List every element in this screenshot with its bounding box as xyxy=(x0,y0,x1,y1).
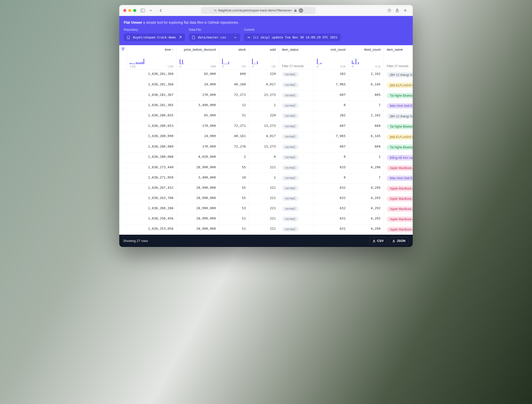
item-name-pill: Tai Nghe Bluetooth 5.0 TWS | Khôn xyxy=(387,93,413,98)
cell-time: 1,638,271,059 xyxy=(127,173,177,184)
row-gutter xyxy=(119,132,127,142)
row-gutter xyxy=(119,91,127,101)
cell-liked: 4,293 xyxy=(349,194,384,204)
filter-input-status[interactable] xyxy=(282,64,311,68)
col-header-cmt[interactable]: cmt_count 08.0k xyxy=(314,45,349,70)
data-grid: time ↓ 1.6G1.6G price_before_discount 02… xyxy=(119,45,413,235)
cell-liked: 4,290 xyxy=(349,224,384,235)
row-gutter xyxy=(119,214,127,224)
cell-sold: 13,273 xyxy=(249,122,279,132)
cell-price: 170,000 xyxy=(177,122,219,132)
cell-sold: 13,273 xyxy=(249,142,279,153)
col-header-price[interactable]: price_before_discount 029M xyxy=(177,45,219,70)
back-button[interactable] xyxy=(157,7,164,14)
cell-sold: 221 xyxy=(249,204,279,214)
cell-time: 1,638,273,449 xyxy=(127,163,177,173)
cell-cmt: 632 xyxy=(314,204,349,214)
status-badge: normal xyxy=(282,113,299,118)
item-name-pill: (BH 12 tháng) Sạc Nhanh PD 18W U xyxy=(387,113,413,119)
row-gutter xyxy=(119,80,127,91)
repo-picker[interactable]: duyet/shopee-track-demo xyxy=(124,33,185,41)
cell-cmt: 607 xyxy=(314,142,349,153)
item-name-pill: Apple MacBook Air (2020) M1 Chip xyxy=(387,227,413,232)
status-badge: normal xyxy=(282,196,299,201)
cell-status: normal xyxy=(279,224,314,235)
svg-text:ᴬA: ᴬA xyxy=(214,9,217,12)
cell-item-name: (BH 12 tháng) Sạc Nhanh PD 18W U xyxy=(384,70,413,80)
sidebar-toggle-icon[interactable] xyxy=(139,7,146,14)
status-badge: normal xyxy=(282,124,299,129)
cell-cmt: 0 xyxy=(314,101,349,111)
cell-time: 1,638,281,369 xyxy=(127,70,177,80)
cell-item-name: Tai Nghe Bluetooth 5.0 TWS | Khôn xyxy=(384,122,413,132)
cell-stock: 72,271 xyxy=(219,122,249,132)
item-name-pill: Apple MacBook Air (2020) M1 Chip xyxy=(387,165,413,171)
cell-status: normal xyxy=(279,142,314,153)
cell-time: 1,638,256,456 xyxy=(127,214,177,224)
filter-toggle[interactable] xyxy=(119,45,127,70)
cell-item-name: Apple MacBook Air (2020) M1 Chip xyxy=(384,224,413,235)
cell-status: normal xyxy=(279,101,314,111)
url-text: flatgithub.com/duyet/shopee-track-demo?f… xyxy=(218,8,292,12)
download-json-button[interactable]: JSON xyxy=(389,237,409,244)
cell-liked: 7 xyxy=(349,173,384,184)
cell-price: 3,490,000 xyxy=(177,173,219,184)
status-badge: normal xyxy=(282,186,299,191)
site-settings-icon[interactable]: ᴬA xyxy=(213,9,217,12)
cell-status: normal xyxy=(279,184,314,194)
col-header-status[interactable]: item_status xyxy=(279,45,314,70)
address-bar[interactable]: ᴬA flatgithub.com/duyet/shopee-track-dem… xyxy=(201,7,316,14)
row-gutter xyxy=(119,153,127,163)
cell-cmt: 607 xyxy=(314,91,349,101)
item-name-pill: Apple MacBook Air (2020) M1 Chip xyxy=(387,186,413,191)
cell-stock: 51 xyxy=(219,214,249,224)
download-csv-button[interactable]: CSV xyxy=(369,237,387,244)
status-badge: normal xyxy=(282,165,299,170)
traffic-lights xyxy=(123,9,136,12)
cell-price: 28,990,000 xyxy=(177,214,219,224)
cell-sold: 1 xyxy=(249,173,279,184)
repo-label: Repository xyxy=(124,28,185,31)
cell-status: normal xyxy=(279,111,314,122)
file-picker[interactable]: data/master.csv xyxy=(189,33,240,41)
cell-time: 1,638,280,653 xyxy=(127,122,177,132)
reader-more-icon[interactable]: ⋯ xyxy=(299,8,303,13)
new-tab-icon[interactable] xyxy=(402,7,409,14)
app-title-sub: a simple tool for exploring flat data fi… xyxy=(143,20,239,24)
cell-liked: 2,102 xyxy=(349,70,384,80)
cell-stock: 55 xyxy=(219,184,249,194)
downloads-icon[interactable] xyxy=(386,7,393,14)
chevron-down-icon[interactable] xyxy=(147,7,154,14)
cell-item-name: [Mã ELFLASH3 hoàn 10K xu đơn 20 xyxy=(384,80,413,91)
repo-icon xyxy=(127,36,130,39)
col-header-liked[interactable]: liked_count 06.1k xyxy=(349,45,384,70)
minimize-window-button[interactable] xyxy=(128,9,131,12)
share-icon[interactable] xyxy=(394,7,401,14)
cell-sold: 221 xyxy=(249,163,279,173)
status-badge: normal xyxy=(282,155,299,160)
close-window-button[interactable] xyxy=(123,9,126,12)
cell-status: normal xyxy=(279,91,314,101)
cell-cmt: 632 xyxy=(314,194,349,204)
commit-picker[interactable]: [ci skip] update Tue Nov 30 14:09:29 UTC… xyxy=(244,33,341,41)
chevron-down-icon xyxy=(234,36,237,39)
col-header-sold[interactable]: sold 013k xyxy=(249,45,279,70)
filter-input-name[interactable] xyxy=(387,64,413,68)
cell-status: normal xyxy=(279,122,314,132)
cell-sold: 221 xyxy=(249,194,279,204)
cell-stock: 55 xyxy=(219,163,249,173)
status-badge: normal xyxy=(282,82,299,87)
status-badge: normal xyxy=(282,93,299,98)
row-gutter xyxy=(119,142,127,153)
cell-time: 1,638,280,655 xyxy=(127,111,177,122)
fullscreen-window-button[interactable] xyxy=(133,9,136,12)
cell-liked: 4,292 xyxy=(349,214,384,224)
col-header-time[interactable]: time ↓ 1.6G1.6G xyxy=(127,45,177,70)
cell-cmt: 632 xyxy=(314,184,349,194)
cell-cmt: 0 xyxy=(314,173,349,184)
cell-cmt: 282 xyxy=(314,111,349,122)
cell-cmt: 7,965 xyxy=(314,80,349,91)
commit-icon xyxy=(247,36,251,39)
col-header-stock[interactable]: stock 072k xyxy=(219,45,249,70)
col-header-name[interactable]: item_name xyxy=(384,45,413,70)
